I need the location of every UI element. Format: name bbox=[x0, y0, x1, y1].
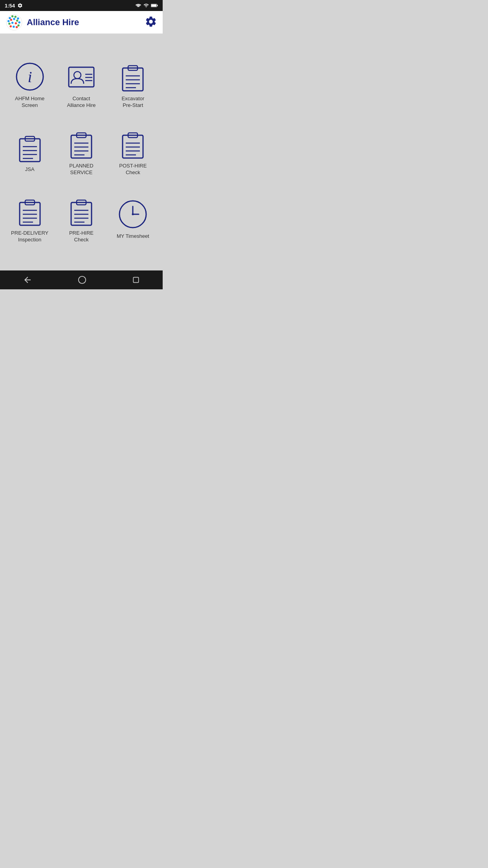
grid-item-pre-delivery[interactable]: PRE-DELIVERYInspection bbox=[6, 195, 53, 243]
main-grid: i AHFM HomeScreen ContactAlliance Hire bbox=[0, 34, 163, 270]
svg-point-13 bbox=[8, 22, 11, 25]
svg-point-10 bbox=[13, 18, 15, 20]
svg-point-67 bbox=[79, 276, 86, 283]
grid-item-jsa[interactable]: JSA bbox=[6, 132, 53, 173]
grid-item-planned-service-label: PLANNEDSERVICE bbox=[69, 163, 93, 176]
nav-bar bbox=[0, 270, 163, 289]
info-circle-icon: i bbox=[14, 61, 46, 92]
svg-point-9 bbox=[10, 18, 13, 21]
wifi-icon bbox=[135, 3, 141, 8]
svg-point-15 bbox=[15, 22, 17, 24]
grid-item-contact[interactable]: ContactAlliance Hire bbox=[58, 61, 105, 109]
svg-point-14 bbox=[11, 22, 13, 24]
grid-item-post-hire[interactable]: POST-HIRECheck bbox=[109, 128, 156, 176]
nav-home-button[interactable] bbox=[78, 276, 86, 284]
settings-button[interactable] bbox=[145, 15, 157, 29]
grid-item-post-hire-label: POST-HIRECheck bbox=[119, 163, 147, 176]
grid-item-ahfm-home[interactable]: i AHFM HomeScreen bbox=[6, 61, 53, 109]
grid-row-1: i AHFM HomeScreen ContactAlliance Hire bbox=[4, 61, 159, 109]
svg-point-17 bbox=[9, 25, 12, 28]
grid-row-3: PRE-DELIVERYInspection PRE-HIRECheck bbox=[4, 195, 159, 243]
svg-point-23 bbox=[74, 72, 81, 79]
app-logo bbox=[6, 14, 23, 31]
svg-rect-1 bbox=[157, 5, 158, 6]
grid-item-excavator[interactable]: ExcavatorPre-Start bbox=[109, 61, 156, 109]
svg-point-4 bbox=[9, 17, 11, 19]
header-left: Alliance Hire bbox=[6, 14, 79, 31]
svg-point-18 bbox=[13, 26, 15, 28]
svg-point-16 bbox=[17, 24, 20, 26]
pre-hire-icon bbox=[66, 195, 97, 227]
app-title: Alliance Hire bbox=[27, 17, 79, 28]
grid-item-excavator-label: ExcavatorPre-Start bbox=[121, 96, 144, 109]
app-header: Alliance Hire bbox=[0, 11, 163, 34]
contact-card-icon bbox=[66, 61, 97, 92]
grid-item-timesheet[interactable]: MY Timesheet bbox=[109, 199, 156, 240]
grid-item-timesheet-label: MY Timesheet bbox=[117, 233, 149, 240]
svg-point-66 bbox=[132, 213, 134, 215]
svg-point-7 bbox=[17, 17, 19, 20]
clock-icon bbox=[117, 199, 149, 230]
grid-item-contact-label: ContactAlliance Hire bbox=[67, 96, 95, 109]
pre-delivery-icon bbox=[14, 195, 46, 227]
grid-item-ahfm-home-label: AHFM HomeScreen bbox=[15, 96, 44, 109]
excavator-prestart-icon bbox=[117, 61, 149, 92]
planned-service-icon bbox=[66, 128, 97, 160]
svg-point-11 bbox=[16, 19, 18, 22]
signal-icon bbox=[143, 3, 149, 8]
grid-item-planned-service[interactable]: PLANNEDSERVICE bbox=[58, 128, 105, 176]
svg-point-6 bbox=[15, 15, 17, 18]
grid-item-pre-delivery-label: PRE-DELIVERYInspection bbox=[11, 230, 48, 243]
status-time: 1:54 bbox=[5, 3, 15, 9]
settings-status-icon bbox=[17, 3, 23, 8]
grid-item-pre-hire[interactable]: PRE-HIRECheck bbox=[58, 195, 105, 243]
grid-item-pre-hire-label: PRE-HIRECheck bbox=[69, 230, 94, 243]
grid-item-jsa-label: JSA bbox=[25, 166, 35, 173]
svg-point-8 bbox=[7, 20, 10, 22]
svg-rect-2 bbox=[151, 4, 156, 6]
svg-point-12 bbox=[18, 21, 20, 24]
svg-point-5 bbox=[11, 15, 13, 17]
post-hire-icon bbox=[117, 128, 149, 160]
nav-back-button[interactable] bbox=[23, 275, 32, 285]
svg-rect-68 bbox=[133, 277, 138, 282]
grid-row-2: JSA PLANNEDSERVICE POST-HIRECh bbox=[4, 128, 159, 176]
svg-point-19 bbox=[16, 26, 18, 28]
jsa-icon bbox=[14, 132, 46, 163]
status-icons bbox=[135, 3, 158, 8]
svg-text:i: i bbox=[28, 68, 32, 86]
battery-icon bbox=[151, 3, 158, 8]
nav-recents-button[interactable] bbox=[132, 276, 140, 284]
status-bar: 1:54 bbox=[0, 0, 163, 11]
